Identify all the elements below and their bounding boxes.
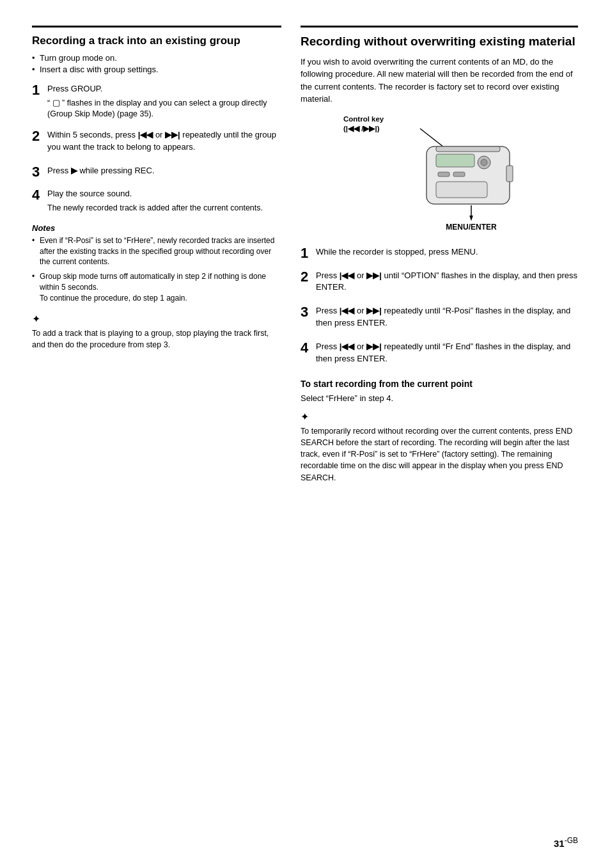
left-bullets: Turn group mode on. Insert a disc with g…	[32, 53, 281, 74]
right-step-content-1: While the recorder is stopped, press MEN…	[316, 246, 578, 261]
right-tip: ✦ To temporarily record without recordin…	[301, 409, 578, 484]
step-num-4: 4	[32, 188, 43, 202]
right-tip-icon: ✦	[301, 409, 578, 424]
page-suffix: -GB	[565, 836, 578, 845]
subsection-title: To start recording from the current poin…	[301, 378, 578, 390]
right-step-4: 4 Press |◀◀ or ▶▶| repeatedly until “Fr …	[301, 341, 578, 368]
right-step-num-2: 2	[301, 270, 312, 284]
svg-rect-10	[506, 166, 513, 182]
step-content-1: Press GROUP. “ ▢ ” flashes in the displa…	[47, 83, 281, 120]
left-step-2: 2 Within 5 seconds, press |◀◀ or ▶▶| rep…	[32, 129, 281, 156]
bullet-2: Insert a disc with group settings.	[32, 65, 281, 74]
svg-point-6	[481, 159, 487, 166]
right-step-2: 2 Press |◀◀ or ▶▶| until “OPTION” flashe…	[301, 270, 578, 297]
svg-text:MENU/ENTER: MENU/ENTER	[446, 223, 497, 232]
step-1-main: Press GROUP.	[47, 83, 281, 95]
left-step-1: 1 Press GROUP. “ ▢ ” flashes in the disp…	[32, 83, 281, 120]
subsection-text: Select “FrHere” in step 4.	[301, 393, 578, 403]
step-content-2: Within 5 seconds, press |◀◀ or ▶▶| repea…	[47, 129, 281, 156]
page-number: 31	[554, 838, 565, 849]
right-intro: If you wish to avoid overwriting the cur…	[301, 56, 578, 106]
right-step-num-3: 3	[301, 305, 312, 319]
note-2: Group skip mode turns off automatically …	[32, 271, 281, 303]
right-step-content-2: Press |◀◀ or ▶▶| until “OPTION” flashes …	[316, 270, 578, 297]
notes-title: Notes	[32, 223, 281, 233]
right-step-2-main: Press |◀◀ or ▶▶| until “OPTION” flashes …	[316, 270, 578, 294]
note-1: Even if “R-Posi” is set to “FrHere”, new…	[32, 235, 281, 267]
left-tip-text: To add a track that is playing to a grou…	[32, 327, 281, 351]
bullet-1: Turn group mode on.	[32, 53, 281, 63]
right-step-num-1: 1	[301, 246, 312, 260]
step-num-1: 1	[32, 83, 43, 97]
right-step-content-3: Press |◀◀ or ▶▶| repeatedly until “R-Pos…	[316, 305, 578, 332]
notes-section: Notes Even if “R-Posi” is set to “FrHere…	[32, 223, 281, 304]
left-section-title: Recording a track into an existing group	[32, 34, 281, 48]
step-content-4: Play the source sound. The newly recorde…	[47, 188, 281, 214]
right-step-3-main: Press |◀◀ or ▶▶| repeatedly until “R-Pos…	[316, 305, 578, 329]
step-num-3: 3	[32, 165, 43, 179]
step-1-sub: “ ▢ ” flashes in the display and you can…	[47, 98, 281, 120]
step-4-sub: The newly recorded track is added after …	[47, 203, 281, 214]
svg-rect-3	[436, 146, 500, 152]
right-step-1-main: While the recorder is stopped, press MEN…	[316, 246, 578, 258]
right-divider	[301, 26, 578, 28]
right-step-1: 1 While the recorder is stopped, press M…	[301, 246, 578, 261]
diagram-svg: MENU/ENTER	[343, 114, 535, 236]
page-footer: 31-GB	[554, 836, 578, 849]
device-diagram: Control key(|◀◀ /▶▶|)	[301, 114, 578, 236]
right-step-content-4: Press |◀◀ or ▶▶| repeatedly until “Fr En…	[316, 341, 578, 368]
right-step-4-main: Press |◀◀ or ▶▶| repeatedly until “Fr En…	[316, 341, 578, 365]
left-column: Recording a track into an existing group…	[32, 26, 281, 484]
left-tip: ✦ To add a track that is playing to a gr…	[32, 312, 281, 351]
right-step-num-4: 4	[301, 341, 312, 355]
left-tip-icon: ✦	[32, 312, 281, 326]
right-section-title: Recording without overwriting existing m…	[301, 34, 578, 49]
svg-rect-4	[436, 154, 474, 167]
step-3-main: Press ▶ while pressing REC.	[47, 165, 281, 177]
right-step-3: 3 Press |◀◀ or ▶▶| repeatedly until “R-P…	[301, 305, 578, 332]
svg-rect-8	[453, 172, 465, 177]
step-num-2: 2	[32, 129, 43, 143]
notes-list: Even if “R-Posi” is set to “FrHere”, new…	[32, 235, 281, 304]
left-step-4: 4 Play the source sound. The newly recor…	[32, 188, 281, 214]
step-2-main: Within 5 seconds, press |◀◀ or ▶▶| repea…	[47, 129, 281, 154]
step-content-3: Press ▶ while pressing REC.	[47, 165, 281, 180]
left-step-3: 3 Press ▶ while pressing REC.	[32, 165, 281, 180]
right-tip-text: To temporarily record without recording …	[301, 425, 578, 484]
right-column: Recording without overwriting existing m…	[301, 26, 578, 484]
step-4-main: Play the source sound.	[47, 188, 281, 200]
svg-rect-7	[438, 172, 450, 177]
page-container: Recording a track into an existing group…	[32, 26, 578, 484]
svg-rect-9	[436, 182, 487, 198]
left-divider	[32, 26, 281, 28]
